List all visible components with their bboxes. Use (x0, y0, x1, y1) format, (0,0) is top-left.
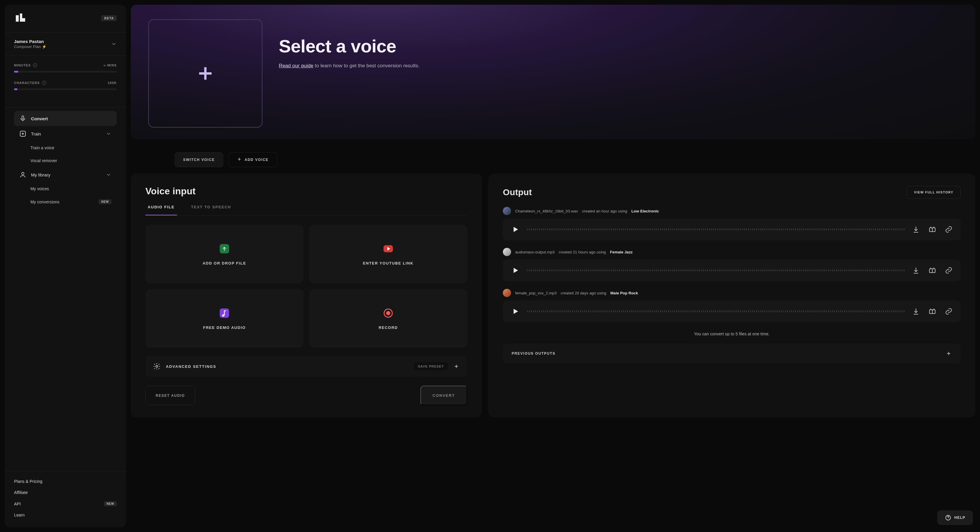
output-item: female_pop_vox_2.mp3 created 20 days ago… (503, 289, 961, 322)
plus-icon (196, 64, 215, 83)
chevron-down-icon (111, 41, 117, 47)
link-icon[interactable] (945, 307, 953, 315)
svg-rect-0 (22, 116, 24, 119)
characters-label: CHARACTERS (14, 81, 40, 84)
play-button[interactable] (511, 266, 520, 275)
user-name: James Pastan (14, 39, 47, 44)
audio-player (503, 301, 961, 322)
output-filename: female_pop_vox_2.mp3 (515, 291, 557, 295)
tab-audio-file[interactable]: AUDIO FILE (145, 205, 177, 215)
svg-point-9 (156, 365, 158, 368)
minutes-label: MINUTES (14, 64, 31, 67)
link-affiliate[interactable]: Affiliate (14, 490, 117, 495)
expand-icon[interactable] (453, 363, 460, 370)
nav-convert[interactable]: Convert (14, 111, 117, 126)
gear-icon (153, 363, 161, 370)
output-model: Male Pop Rock (611, 291, 638, 295)
voice-input-panel: Voice input AUDIO FILE TEXT TO SPEECH AD… (131, 174, 482, 417)
hero-subtitle: Read our guide to learn how to get the b… (279, 63, 420, 69)
output-filename: audiomass-output.mp3 (515, 250, 555, 254)
user-plan: Composer Plan⚡ (14, 45, 47, 49)
download-icon[interactable] (912, 307, 920, 315)
add-voice-button[interactable]: ADD VOICE (229, 152, 277, 167)
youtube-icon (382, 243, 394, 255)
waveform[interactable] (527, 311, 905, 312)
save-preset-button[interactable]: SAVE PRESET (414, 362, 448, 371)
nav-my-conversions[interactable]: My conversions NEW (14, 195, 117, 209)
guide-link[interactable]: Read our guide (279, 63, 313, 68)
expand-icon (945, 350, 952, 357)
help-button[interactable]: HELP (937, 510, 973, 525)
audio-player (503, 218, 961, 240)
view-history-button[interactable]: VIEW FULL HISTORY (907, 186, 961, 199)
chevron-down-icon (106, 172, 111, 178)
info-icon[interactable]: i (33, 63, 37, 67)
new-badge: NEW (99, 199, 111, 204)
download-icon[interactable] (912, 267, 920, 274)
hero-title: Select a voice (279, 36, 420, 56)
svg-point-2 (22, 172, 24, 175)
tile-add-file[interactable]: ADD OR DROP FILE (145, 225, 303, 283)
person-icon (19, 171, 26, 178)
output-model: Female Jazz (610, 250, 632, 254)
nav-vocal-remover[interactable]: Vocal remover (14, 154, 117, 167)
mic-icon (19, 115, 26, 122)
waveform[interactable] (527, 269, 905, 271)
timeline-icon[interactable] (929, 226, 936, 233)
download-icon[interactable] (912, 226, 920, 233)
tab-text-to-speech[interactable]: TEXT TO SPEECH (189, 205, 234, 215)
output-filename: Chameleon_rx_48khz_16bit_03.wav (515, 209, 578, 213)
chevron-down-icon (106, 131, 111, 137)
primary-nav: Convert Train Train a voice Vocal remove… (14, 107, 117, 471)
output-item: audiomass-output.mp3 created 21 hours ag… (503, 248, 961, 281)
link-api[interactable]: APINEW (14, 501, 117, 506)
link-plans[interactable]: Plans & Pricing (14, 479, 117, 484)
play-button[interactable] (511, 307, 520, 316)
minutes-meter (14, 71, 117, 73)
nav-library[interactable]: My library (14, 167, 117, 182)
add-voice-tile[interactable] (148, 19, 262, 127)
output-model: Low Electronic (631, 209, 659, 213)
avatar (503, 289, 511, 297)
plus-square-icon (19, 130, 26, 137)
timeline-icon[interactable] (929, 307, 936, 315)
play-button[interactable] (511, 225, 520, 234)
sidebar: BETA James Pastan Composer Plan⚡ MINUTES… (5, 5, 126, 527)
output-panel: Output VIEW FULL HISTORY Chameleon_rx_48… (488, 174, 975, 417)
minutes-value: ∞ MINS (103, 64, 117, 67)
nav-train[interactable]: Train (14, 126, 117, 141)
timeline-icon[interactable] (929, 267, 936, 274)
link-icon[interactable] (945, 226, 953, 233)
info-icon[interactable]: i (42, 81, 46, 85)
output-title: Output (503, 187, 532, 197)
tile-record[interactable]: RECORD (309, 289, 467, 348)
tile-youtube[interactable]: ENTER YOUTUBE LINK (309, 225, 467, 283)
app-logo (14, 13, 27, 24)
hero: Select a voice Read our guide to learn h… (131, 5, 975, 139)
convert-button[interactable]: CONVERT (420, 386, 467, 405)
waveform[interactable] (527, 229, 905, 230)
user-menu[interactable]: James Pastan Composer Plan⚡ (14, 32, 117, 55)
avatar (503, 207, 511, 215)
advanced-settings-row[interactable]: ADVANCED SETTINGS SAVE PRESET (145, 356, 467, 377)
previous-outputs-row[interactable]: PREVIOUS OUTPUTS (503, 343, 961, 364)
bolt-icon: ⚡ (42, 45, 46, 49)
characters-meter (14, 88, 117, 90)
limit-note: You can convert up to 5 files at one tim… (503, 331, 961, 336)
nav-train-voice[interactable]: Train a voice (14, 141, 117, 154)
upload-icon (218, 243, 230, 255)
tile-demo-audio[interactable]: FREE DEMO AUDIO (145, 289, 303, 348)
reset-audio-button[interactable]: RESET AUDIO (145, 386, 195, 405)
avatar (503, 248, 511, 256)
output-item: Chameleon_rx_48khz_16bit_03.wav created … (503, 207, 961, 240)
plus-icon (237, 157, 242, 162)
new-badge: NEW (104, 501, 117, 506)
link-icon[interactable] (945, 267, 953, 274)
link-learn[interactable]: Learn (14, 513, 117, 518)
nav-my-voices[interactable]: My voices (14, 182, 117, 195)
switch-voice-button[interactable]: SWITCH VOICE (175, 152, 223, 167)
audio-player (503, 260, 961, 281)
svg-point-8 (386, 311, 390, 315)
help-icon (945, 514, 951, 521)
beta-badge: BETA (101, 15, 117, 21)
